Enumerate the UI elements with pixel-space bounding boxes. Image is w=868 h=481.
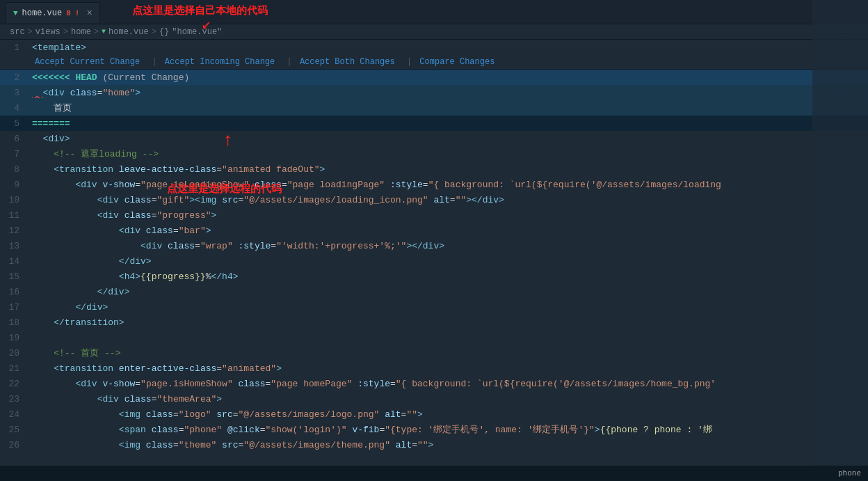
line-number-3: 3 [0, 88, 29, 98]
line-content-1: <template> [29, 42, 868, 53]
accept-incoming-link[interactable]: Accept Incoming Change [165, 57, 275, 67]
line-number-19: 19 [0, 333, 29, 343]
breadcrumb-braces: {} [159, 27, 169, 37]
line-10: 10 <div class="gift"><img src="@/assets/… [0, 192, 868, 207]
breadcrumb-quoted: "home.vue" [172, 27, 222, 37]
line-number-24: 24 [0, 409, 29, 420]
line-content-15: <h4>{{progress}}%</h4> [29, 271, 868, 282]
editor-window: ▼ home.vue 8 ! × 点这里是选择自己本地的代码 ↙ src > v… [0, 0, 868, 481]
line-9: 9 <div v-show="page.isLoadingShow" class… [0, 177, 868, 192]
line-6: 6 <div> [0, 131, 868, 146]
line-18: 18 </transition> [0, 315, 868, 330]
line-content-19 [29, 333, 868, 343]
accept-both-link[interactable]: Accept Both Changes [300, 57, 395, 67]
line-number-11: 11 [0, 210, 29, 221]
line-number-26: 26 [0, 440, 29, 450]
status-phone: phone [838, 469, 861, 478]
line-content-25: <span class="phone" @click="show('login'… [29, 423, 868, 436]
breadcrumb-views: views [35, 27, 61, 37]
line-number-20: 20 [0, 348, 29, 358]
tab-home-vue[interactable]: ▼ home.vue 8 ! × [6, 2, 100, 23]
line-number-14: 14 [0, 256, 29, 267]
line-number-25: 25 [0, 425, 29, 435]
breadcrumb-file: home.vue [108, 27, 149, 37]
line-content-4: 首页 [29, 102, 868, 114]
line-content-23: <div class="themeArea"> [29, 394, 868, 404]
line-number-16: 16 [0, 287, 29, 297]
line-26: 26 <img class="theme" src="@/assets/imag… [0, 437, 868, 452]
line-content-26: <img class="theme" src="@/assets/images/… [29, 440, 868, 450]
line-number-2: 2 [0, 72, 29, 83]
line-number-23: 23 [0, 394, 29, 404]
tab-badge: 8 [66, 9, 71, 17]
line-content-14: </div> [29, 256, 868, 267]
line-number-21: 21 [0, 363, 29, 374]
tab-bar: ▼ home.vue 8 ! × [0, 0, 868, 24]
line-content-12: <div class="bar"> [29, 226, 868, 236]
line-content-24: <img class="logo" src="@/assets/images/l… [29, 409, 868, 420]
line-25: 25 <span class="phone" @click="show('log… [0, 422, 868, 437]
line-12: 12 <div class="bar"> [0, 223, 868, 238]
line-number-1: 1 [0, 42, 29, 53]
line-content-6: <div> [29, 134, 868, 144]
minimap [812, 0, 868, 481]
line-content-20: <!-- 首页 --> [29, 347, 868, 359]
line-number-15: 15 [0, 271, 29, 282]
breadcrumb-src: src [10, 27, 25, 37]
line-number-22: 22 [0, 379, 29, 389]
line-content-9: <div v-show="page.isLoadingShow" class="… [29, 180, 868, 190]
line-content-7: <!-- 遮罩loading --> [29, 148, 868, 160]
line-number-9: 9 [0, 180, 29, 190]
line-11: 11 <div class="progress"> [0, 207, 868, 223]
line-22: 22 <div v-show="page.isHomeShow" class="… [0, 376, 868, 391]
breadcrumb: src > views > home > ▼ home.vue > {} "ho… [0, 24, 868, 40]
line-2: 2 <<<<<<< HEAD (Current Change) [0, 70, 868, 85]
breadcrumb-home: home [71, 27, 91, 37]
line-content-5: ======= [29, 118, 868, 129]
line-number-18: 18 [0, 317, 29, 328]
breadcrumb-vue-icon: ▼ [102, 28, 106, 36]
line-7: 7 <!-- 遮罩loading --> [0, 146, 868, 161]
line-5: 5 ======= [0, 116, 868, 131]
line-14: 14 </div> [0, 253, 868, 269]
editor-content: 1 <template> Accept Current Change | Acc… [0, 40, 868, 481]
line-17: 17 </div> [0, 299, 868, 315]
line-21: 21 <transition enter-active-class="anima… [0, 361, 868, 376]
line-content-13: <div class="wrap" :style="'width:'+progr… [29, 241, 868, 251]
line-content-2: <<<<<<< HEAD (Current Change) [29, 72, 868, 83]
line-number-5: 5 [0, 118, 29, 129]
line-24: 24 <img class="logo" src="@/assets/image… [0, 407, 868, 422]
line-content-17: </div> [29, 302, 868, 313]
compare-link[interactable]: Compare Changes [419, 57, 495, 67]
line-number-4: 4 [0, 103, 29, 113]
line-number-7: 7 [0, 149, 29, 159]
line-23: 23 <div class="themeArea"> [0, 391, 868, 407]
line-number-6: 6 [0, 134, 29, 144]
line-number-8: 8 [0, 164, 29, 175]
accept-current-link[interactable]: Accept Current Change [35, 57, 140, 67]
accept-sep3: | [407, 57, 412, 67]
accept-sep1: | [152, 57, 156, 67]
line-3: 3 <div class="home"> [0, 85, 868, 100]
accept-bar[interactable]: Accept Current Change | Accept Incoming … [0, 55, 868, 70]
line-content-11: <div class="progress"> [29, 210, 868, 221]
line-number-17: 17 [0, 302, 29, 313]
tab-filename: home.vue [22, 8, 63, 18]
line-content-8: <transition leave-active-class="animated… [29, 164, 868, 175]
line-content-18: </transition> [29, 317, 868, 328]
line-15: 15 <h4>{{progress}}%</h4> [0, 269, 868, 284]
line-content-3: <div class="home"> [29, 88, 868, 98]
line-number-12: 12 [0, 226, 29, 236]
line-19: 19 [0, 330, 868, 345]
line-content-16: </div> [29, 287, 868, 297]
line-13: 13 <div class="wrap" :style="'width:'+pr… [0, 238, 868, 253]
line-content-21: <transition enter-active-class="animated… [29, 363, 868, 374]
line-1: 1 <template> [0, 40, 868, 55]
accept-sep2: | [287, 57, 291, 67]
line-16: 16 </div> [0, 284, 868, 299]
vue-icon: ▼ [13, 9, 18, 17]
tab-close-button[interactable]: × [86, 8, 92, 19]
line-20: 20 <!-- 首页 --> [0, 345, 868, 361]
line-number-10: 10 [0, 195, 29, 205]
line-4: 4 首页 [0, 100, 868, 116]
